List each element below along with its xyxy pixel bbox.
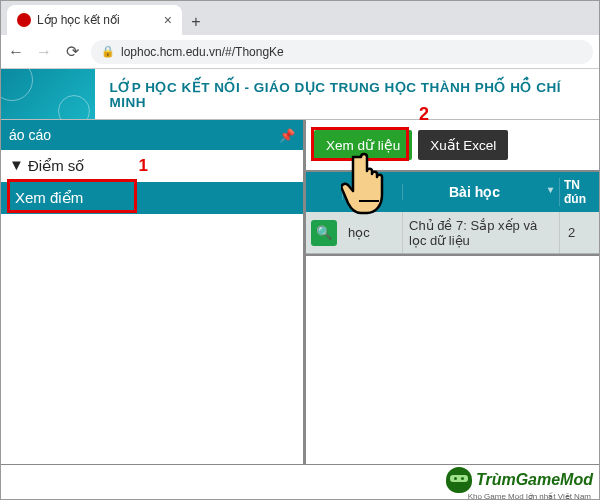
tab-title: Lớp học kết nối	[37, 13, 158, 27]
reload-button[interactable]: ⟳	[63, 42, 81, 61]
banner-title: LỚP HỌC KẾT NỐI - GIÁO DỤC TRUNG HỌC THÀ…	[95, 79, 599, 110]
new-tab-button[interactable]: +	[182, 13, 210, 35]
annotation-step-1: 1	[139, 156, 148, 175]
left-panel-header: áo cáo 📌	[1, 120, 303, 150]
site-banner: LỚP HỌC KẾT NỐI - GIÁO DỤC TRUNG HỌC THÀ…	[1, 69, 599, 119]
row-search-button[interactable]: 🔍	[311, 220, 337, 246]
left-panel-title: áo cáo	[9, 127, 51, 143]
cell-tn: 2	[559, 212, 599, 253]
back-button[interactable]: ←	[7, 43, 25, 61]
favicon-icon	[17, 13, 31, 27]
main-split: áo cáo 📌 ▼ Điểm số 1 Xem điểm Xem dữ liệ…	[1, 119, 599, 465]
footer-divider	[1, 464, 599, 465]
close-tab-icon[interactable]: ×	[164, 12, 172, 28]
filter-icon[interactable]: ▾	[548, 184, 553, 195]
forward-button[interactable]: →	[35, 43, 53, 61]
url-field[interactable]: 🔒 lophoc.hcm.edu.vn/#/ThongKe	[91, 40, 593, 64]
hand-cursor-icon	[341, 149, 401, 221]
watermark-subtext: Kho Game Mod lớn nhất Việt Nam	[468, 492, 591, 500]
menu-view-scores[interactable]: Xem điểm	[1, 182, 303, 214]
section-scores-label: Điểm số	[28, 157, 84, 174]
cell-lesson: Chủ đề 7: Sắp xếp và lọc dữ liệu	[402, 212, 559, 253]
watermark-text: TrùmGameMod	[476, 471, 593, 489]
cell-subject: học	[342, 225, 402, 240]
address-bar: ← → ⟳ 🔒 lophoc.hcm.edu.vn/#/ThongKe	[1, 35, 599, 69]
annotation-step-2: 2	[419, 104, 429, 125]
browser-tab-bar: Lớp học kết nối × +	[1, 1, 599, 35]
search-icon: 🔍	[316, 225, 332, 240]
left-panel: áo cáo 📌 ▼ Điểm số 1 Xem điểm	[1, 120, 306, 465]
col-tn[interactable]: TN đún	[559, 178, 599, 206]
browser-tab[interactable]: Lớp học kết nối ×	[7, 5, 182, 35]
ninja-icon	[446, 467, 472, 493]
pin-icon[interactable]: 📌	[279, 128, 295, 143]
banner-decoration	[1, 69, 95, 119]
lock-icon: 🔒	[101, 45, 115, 58]
col-lesson[interactable]: Bài học ▾	[402, 184, 559, 200]
url-text: lophoc.hcm.edu.vn/#/ThongKe	[121, 45, 284, 59]
section-scores[interactable]: ▼ Điểm số 1	[1, 150, 303, 182]
export-excel-button[interactable]: Xuất Excel	[418, 130, 508, 160]
chevron-down-icon: ▼	[9, 156, 24, 173]
watermark: TrùmGameMod Kho Game Mod lớn nhất Việt N…	[446, 467, 593, 493]
